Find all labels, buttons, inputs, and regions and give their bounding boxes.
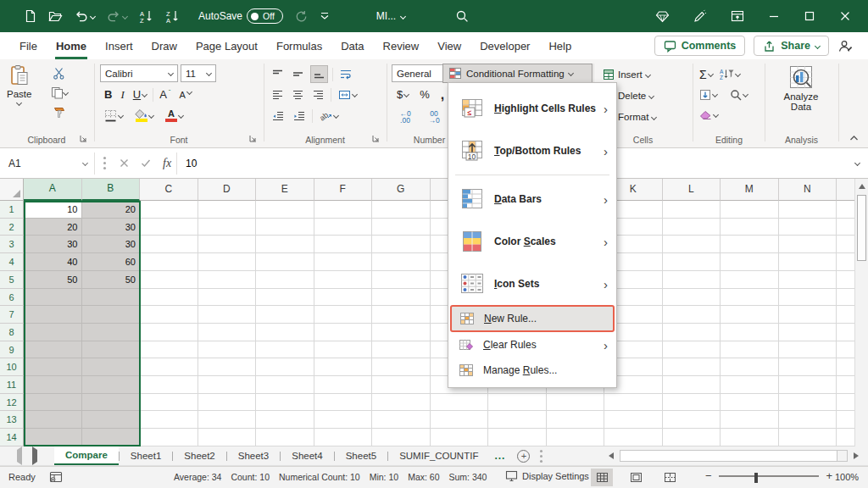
middle-align-button[interactable]	[290, 65, 306, 83]
cell-C6[interactable]	[140, 289, 198, 307]
row-header-7[interactable]: 7	[0, 306, 24, 324]
row-header-2[interactable]: 2	[0, 219, 24, 236]
italic-button[interactable]: I	[118, 86, 126, 103]
column-header-D[interactable]: D	[198, 179, 257, 201]
cell-G10[interactable]	[372, 358, 431, 376]
cell-B5[interactable]: 50	[82, 271, 141, 289]
tab-page-layout[interactable]: Page Layout	[186, 32, 267, 59]
cell-A14[interactable]	[24, 429, 82, 446]
increase-indent-button[interactable]	[291, 107, 308, 125]
cf-menu-item-manage-rules[interactable]: Manage Rules...	[448, 358, 616, 383]
title-dropdown-icon[interactable]	[400, 13, 406, 19]
cell-B11[interactable]	[82, 376, 141, 394]
autosave-toggle[interactable]: AutoSave Off	[192, 4, 289, 28]
zoom-in-button[interactable]: +	[826, 469, 832, 482]
cell-A8[interactable]	[24, 324, 82, 341]
cell-N7[interactable]	[779, 306, 837, 324]
cell-F9[interactable]	[314, 341, 373, 359]
cell-G14[interactable]	[372, 429, 431, 446]
cell-partial-9[interactable]	[837, 341, 854, 359]
cell-H14[interactable]	[431, 429, 489, 446]
cell-A2[interactable]: 20	[24, 219, 82, 236]
sort-az-button[interactable]: AZ	[133, 4, 159, 28]
cell-K14[interactable]	[604, 429, 663, 446]
select-all-button[interactable]	[0, 179, 24, 201]
sheet-tab-compare[interactable]: Compare	[54, 446, 119, 465]
row-header-12[interactable]: 12	[0, 394, 24, 412]
paste-dropdown-icon[interactable]	[16, 100, 22, 106]
cell-N1[interactable]	[779, 201, 837, 219]
cell-M5[interactable]	[721, 271, 779, 289]
cell-F7[interactable]	[314, 306, 373, 324]
cell-M7[interactable]	[721, 306, 779, 324]
sheet-tab-sheet4[interactable]: Sheet4	[281, 446, 333, 465]
cell-G4[interactable]	[372, 253, 431, 271]
redo-dropdown-icon[interactable]	[122, 13, 128, 19]
column-header-M[interactable]: M	[721, 179, 779, 201]
cell-D7[interactable]	[198, 306, 257, 324]
cell-A11[interactable]	[24, 376, 82, 394]
ribbon-display-options-button[interactable]	[719, 4, 756, 28]
cell-I13[interactable]	[488, 411, 547, 429]
cell-F1[interactable]	[314, 201, 373, 219]
cell-G5[interactable]	[372, 271, 431, 289]
underline-dropdown-icon[interactable]	[142, 92, 147, 97]
insert-function-button[interactable]: fx	[163, 157, 171, 170]
cell-L14[interactable]	[663, 429, 721, 446]
font-dialog-launcher[interactable]	[249, 135, 258, 143]
currency-button[interactable]: $	[394, 86, 411, 103]
search-button[interactable]	[449, 4, 475, 28]
cf-menu-item-data-bars[interactable]: Data Bars›	[448, 178, 616, 220]
merge-dropdown-icon[interactable]	[352, 92, 358, 97]
cell-L7[interactable]	[663, 306, 721, 324]
cell-B3[interactable]: 30	[82, 236, 141, 253]
cell-J13[interactable]	[547, 411, 605, 429]
cell-D4[interactable]	[198, 253, 257, 271]
cell-M14[interactable]	[721, 429, 779, 446]
close-button[interactable]	[827, 4, 863, 28]
cell-B9[interactable]	[82, 341, 141, 359]
cf-menu-item-icon-sets[interactable]: Icon Sets›	[448, 263, 616, 305]
zoom-out-button[interactable]: −	[705, 469, 712, 482]
zoom-slider-track[interactable]	[719, 475, 820, 477]
cell-L3[interactable]	[663, 236, 721, 253]
minimize-button[interactable]	[756, 4, 792, 28]
cell-J14[interactable]	[547, 429, 605, 446]
formula-bar-resize-handle[interactable]	[103, 162, 106, 164]
autosave-pill[interactable]: Off	[247, 8, 283, 24]
cell-F14[interactable]	[314, 429, 373, 446]
fill-color-button[interactable]	[132, 107, 156, 125]
cell-partial-11[interactable]	[837, 376, 854, 394]
cell-M12[interactable]	[721, 394, 779, 412]
cell-B13[interactable]	[82, 411, 141, 429]
zoom-slider[interactable]: − +	[705, 469, 832, 482]
row-header-3[interactable]: 3	[0, 236, 24, 253]
cell-D11[interactable]	[198, 376, 257, 394]
cell-D6[interactable]	[198, 289, 257, 307]
launcher-pen-button[interactable]	[682, 4, 719, 28]
cell-M13[interactable]	[721, 411, 779, 429]
cell-partial-4[interactable]	[837, 253, 854, 271]
conditional-formatting-button[interactable]: Conditional Formatting	[442, 64, 593, 83]
row-header-6[interactable]: 6	[0, 289, 24, 307]
find-dropdown-icon[interactable]	[743, 92, 748, 97]
column-header-C[interactable]: C	[140, 179, 198, 201]
horizontal-scroll-track[interactable]	[620, 450, 848, 462]
cell-C5[interactable]	[140, 271, 198, 289]
status-stat-min[interactable]: Min: 10	[370, 472, 398, 482]
font-name-select[interactable]: Calibri	[100, 64, 178, 82]
cell-E6[interactable]	[256, 289, 314, 307]
cell-L1[interactable]	[663, 201, 721, 219]
cell-L4[interactable]	[663, 253, 721, 271]
cell-F4[interactable]	[314, 253, 373, 271]
cell-D3[interactable]	[198, 236, 257, 253]
cell-G8[interactable]	[372, 324, 431, 341]
align-center-button[interactable]	[290, 86, 306, 103]
cell-D13[interactable]	[198, 411, 257, 429]
cell-B10[interactable]	[82, 358, 141, 376]
prev-sheet-button[interactable]	[17, 450, 22, 462]
cell-N3[interactable]	[779, 236, 837, 253]
new-sheet-button[interactable]: +	[517, 450, 530, 463]
cell-partial-12[interactable]	[837, 394, 854, 412]
tab-developer[interactable]: Developer	[470, 32, 539, 59]
